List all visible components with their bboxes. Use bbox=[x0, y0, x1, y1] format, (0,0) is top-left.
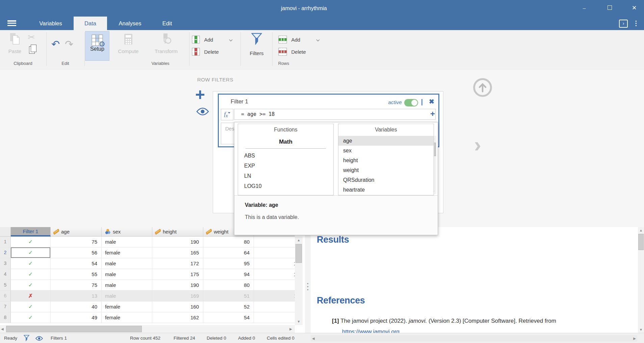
setup-button[interactable]: ⚙ Setup bbox=[85, 31, 109, 61]
filter-cell-selected[interactable]: ✓ bbox=[11, 247, 51, 258]
cell-height[interactable]: 160 bbox=[152, 301, 203, 312]
cell-partial[interactable] bbox=[254, 237, 295, 247]
cell-partial[interactable] bbox=[254, 312, 295, 323]
pane-splitter[interactable]: ••• bbox=[305, 227, 311, 343]
status-eye-icon[interactable] bbox=[35, 336, 43, 341]
cell-height[interactable]: 190 bbox=[152, 280, 203, 291]
cell-weight[interactable]: 80 bbox=[203, 280, 254, 291]
scroll-up-icon[interactable]: ▲ bbox=[295, 237, 303, 242]
add-variable-button[interactable]: Add bbox=[192, 35, 233, 44]
filter-cell[interactable]: ✗ bbox=[11, 291, 51, 301]
row-number[interactable]: 4 bbox=[0, 269, 11, 280]
cell-sex[interactable]: female bbox=[102, 312, 152, 323]
cell-height[interactable]: 190 bbox=[152, 237, 203, 247]
chevron-down-icon[interactable] bbox=[229, 39, 233, 42]
cell-weight[interactable]: 54 bbox=[203, 312, 254, 323]
active-toggle[interactable] bbox=[404, 99, 418, 106]
table-horizontal-scrollbar[interactable]: ◀ ▶ bbox=[0, 325, 295, 333]
results-panel-toggle-icon[interactable]: › bbox=[619, 20, 628, 28]
cell-age[interactable]: 54 bbox=[51, 258, 102, 269]
transform-button[interactable]: Transform bbox=[148, 33, 184, 54]
column-header-sex[interactable]: sex bbox=[102, 227, 152, 237]
results-horizontal-scrollbar[interactable]: ◀ ▶ bbox=[311, 335, 637, 342]
cell-sex[interactable]: male bbox=[102, 269, 152, 280]
cell-partial[interactable] bbox=[254, 301, 295, 312]
scroll-up-icon[interactable]: ▲ bbox=[638, 227, 644, 232]
variable-item[interactable]: sex bbox=[338, 146, 434, 155]
cell-height[interactable]: 165 bbox=[152, 247, 203, 258]
cell-age[interactable]: 49 bbox=[51, 312, 102, 323]
cell-age[interactable]: 75 bbox=[51, 237, 102, 247]
function-item[interactable]: LN bbox=[238, 171, 333, 181]
cell-partial[interactable]: 1 bbox=[254, 258, 295, 269]
cell-age[interactable]: 13 bbox=[51, 291, 102, 301]
variable-item[interactable]: height bbox=[338, 155, 434, 165]
row-number[interactable]: 3 bbox=[0, 258, 11, 269]
function-item[interactable]: EXP bbox=[238, 161, 333, 171]
collapse-editor-arrow-icon[interactable] bbox=[472, 77, 493, 98]
filter-cell[interactable]: ✓ bbox=[11, 269, 51, 280]
fx-menu-button[interactable]: fx bbox=[221, 109, 233, 120]
column-header-age[interactable]: age bbox=[51, 227, 102, 237]
add-row-button[interactable]: Add bbox=[278, 35, 320, 44]
cell-sex[interactable]: male bbox=[102, 291, 152, 301]
cell-weight[interactable]: 95 bbox=[203, 258, 254, 269]
paste-button[interactable]: Paste bbox=[6, 33, 24, 54]
cell-age[interactable]: 40 bbox=[51, 301, 102, 312]
cell-age[interactable]: 56 bbox=[51, 247, 102, 258]
filter-cell[interactable]: ✓ bbox=[11, 258, 51, 269]
variable-item[interactable]: weight bbox=[338, 165, 434, 175]
filter-cell[interactable]: ✓ bbox=[11, 280, 51, 291]
cell-partial[interactable]: 1 bbox=[254, 291, 295, 301]
row-number[interactable]: 5 bbox=[0, 280, 11, 291]
delete-filter-icon[interactable]: ✖ bbox=[429, 98, 434, 105]
tab-data[interactable]: Data bbox=[74, 17, 107, 30]
scroll-down-icon[interactable]: ▼ bbox=[295, 320, 303, 323]
cell-sex[interactable]: female bbox=[102, 301, 152, 312]
scroll-left-icon[interactable]: ◀ bbox=[1, 327, 4, 331]
add-filter-button[interactable]: + bbox=[195, 86, 205, 103]
hamburger-menu-icon[interactable] bbox=[7, 19, 20, 27]
filter-cell[interactable]: ✓ bbox=[11, 237, 51, 247]
cell-weight[interactable]: 94 bbox=[203, 269, 254, 280]
tab-variables[interactable]: Variables bbox=[32, 17, 69, 30]
filters-button[interactable]: Filters bbox=[246, 33, 267, 56]
table-vertical-scrollbar[interactable]: ▲ ▼ bbox=[295, 237, 303, 325]
row-number[interactable]: 1 bbox=[0, 237, 11, 247]
cell-sex[interactable]: male bbox=[102, 258, 152, 269]
scrollbar-thumb[interactable] bbox=[638, 234, 644, 250]
results-vertical-scrollbar[interactable]: ▲ ▼ bbox=[638, 227, 644, 333]
redo-icon[interactable]: ↷ bbox=[65, 38, 73, 50]
column-header-height[interactable]: height bbox=[152, 227, 203, 237]
cell-partial[interactable] bbox=[254, 280, 295, 291]
cell-sex[interactable]: male bbox=[102, 237, 152, 247]
variable-item[interactable]: heartrate bbox=[338, 185, 434, 195]
compute-button[interactable]: Compute bbox=[113, 33, 143, 54]
scrollbar-thumb[interactable] bbox=[6, 326, 142, 332]
variable-item[interactable]: QRSduration bbox=[338, 175, 434, 185]
row-number[interactable]: 8 bbox=[0, 312, 11, 323]
tab-analyses[interactable]: Analyses bbox=[111, 17, 149, 30]
cell-partial[interactable]: 1 bbox=[254, 269, 295, 280]
column-header-filter[interactable]: Filter 1 bbox=[11, 227, 51, 237]
filter-formula-input[interactable]: = age >= 18 bbox=[234, 109, 436, 120]
cell-weight[interactable]: 80 bbox=[203, 237, 254, 247]
row-number[interactable]: 6 bbox=[0, 291, 11, 301]
status-filter-icon[interactable] bbox=[24, 335, 29, 341]
show-filter-column-eye-icon[interactable] bbox=[196, 107, 209, 116]
variable-item[interactable]: age bbox=[338, 136, 434, 146]
scroll-down-icon[interactable]: ▼ bbox=[638, 328, 644, 332]
scroll-right-icon[interactable]: ▶ bbox=[633, 337, 636, 340]
cell-sex[interactable]: male bbox=[102, 280, 152, 291]
cell-weight[interactable]: 52 bbox=[203, 301, 254, 312]
function-item[interactable]: ABS bbox=[238, 151, 333, 161]
cut-icon[interactable]: ✂ bbox=[28, 32, 35, 43]
cell-height[interactable]: 175 bbox=[152, 269, 203, 280]
scroll-right-icon[interactable]: ▶ bbox=[289, 327, 292, 331]
cell-height[interactable]: 169 bbox=[152, 291, 203, 301]
delete-variable-button[interactable]: Delete bbox=[192, 48, 219, 56]
filter-cell[interactable]: ✓ bbox=[11, 301, 51, 312]
minimize-button[interactable]: – bbox=[578, 4, 590, 13]
maximize-button[interactable] bbox=[604, 4, 615, 13]
function-item[interactable]: LOG10 bbox=[238, 181, 333, 191]
